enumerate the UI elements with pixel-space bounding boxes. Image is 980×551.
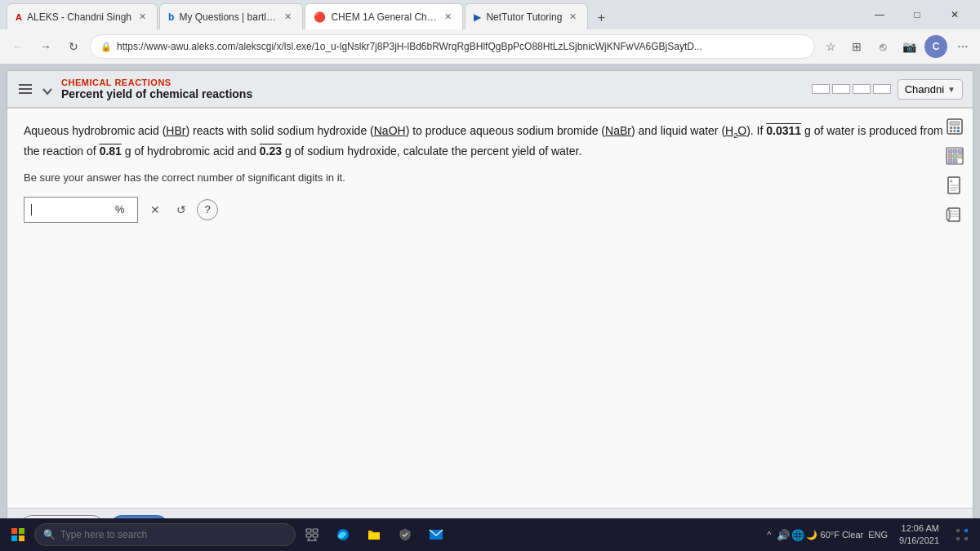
notification-center[interactable]	[947, 520, 977, 549]
svg-rect-4	[957, 127, 960, 129]
screenshot-icon[interactable]: 📷	[898, 36, 920, 57]
collections-icon[interactable]: ⊞	[846, 36, 867, 57]
panel-title: Percent yield of chemical reactions	[61, 87, 805, 100]
favorites-icon[interactable]: ☆	[820, 36, 841, 57]
tab-nettutor[interactable]: ▶ NetTutor Tutoring ✕	[465, 3, 588, 29]
progress-seg-3	[853, 84, 871, 94]
svg-rect-41	[964, 529, 968, 532]
tab-label-aleks: ALEKS - Chandni Singh	[27, 11, 131, 23]
progress-bar	[812, 84, 891, 94]
svg-rect-6	[954, 130, 956, 132]
tab-label-chem: CHEM 1A General Chemistry 72…	[331, 11, 437, 23]
notepad2-icon[interactable]	[943, 203, 966, 226]
progress-seg-1	[812, 84, 830, 94]
expand-chevron[interactable]	[40, 84, 55, 101]
taskbar-search-box[interactable]: 🔍	[34, 523, 296, 546]
svg-rect-16	[953, 159, 957, 163]
problem-area: A Aque	[7, 109, 973, 508]
formula-sheet-icon[interactable]: A	[943, 174, 966, 197]
tab-close-chem[interactable]: ✕	[442, 11, 454, 23]
undo-button[interactable]: ↺	[171, 199, 192, 220]
tab-icon-bartleby: b	[168, 11, 174, 23]
refresh-button[interactable]: ↻	[62, 35, 85, 58]
svg-rect-40	[956, 529, 960, 532]
problem-note: Be sure your answer has the correct numb…	[24, 171, 956, 184]
side-tools: A	[943, 115, 966, 226]
start-button[interactable]	[3, 520, 33, 549]
hamburger-menu[interactable]	[17, 82, 33, 96]
tray-network-icon[interactable]: 🌐	[791, 529, 804, 541]
user-dropdown-arrow: ▼	[947, 85, 956, 94]
answer-input[interactable]	[33, 203, 115, 216]
progress-seg-4	[873, 84, 891, 94]
task-view-button[interactable]	[297, 520, 327, 549]
cursor	[31, 204, 32, 216]
panel-header: CHEMICAL REACTIONS Percent yield of chem…	[7, 71, 973, 109]
tab-label-nettutor: NetTutor Tutoring	[486, 11, 562, 23]
svg-rect-34	[313, 534, 318, 537]
svg-rect-12	[948, 154, 952, 158]
svg-rect-1	[950, 122, 960, 125]
tab-bar: A ALEKS - Chandni Singh ✕ b My Questions…	[0, 0, 980, 29]
tab-close-aleks[interactable]: ✕	[136, 11, 149, 23]
maximize-button[interactable]: □	[898, 0, 936, 29]
shield-taskbar[interactable]	[390, 520, 420, 549]
tab-icon-aleks: A	[16, 12, 22, 22]
lock-icon: 🔒	[100, 42, 112, 52]
svg-rect-3	[954, 127, 956, 129]
answer-input-container[interactable]: %	[24, 197, 138, 223]
url-bar[interactable]: 🔒 https://www-awu.aleks.com/alekscgi/x/l…	[90, 34, 815, 59]
progress-seg-2	[832, 84, 850, 94]
edge-browser-taskbar[interactable]	[328, 520, 358, 549]
svg-rect-28	[19, 528, 24, 534]
weather-tray[interactable]: 🌙 60°F Clear	[806, 530, 864, 540]
search-icon: 🔍	[43, 529, 56, 540]
svg-rect-2	[950, 127, 952, 129]
tray-volume-icon[interactable]: 🔊	[777, 529, 790, 541]
user-name: Chandni	[905, 83, 944, 96]
svg-rect-13	[953, 154, 957, 158]
svg-rect-31	[306, 529, 311, 532]
svg-rect-11	[958, 149, 962, 153]
calculator-icon[interactable]	[943, 115, 966, 138]
header-text: CHEMICAL REACTIONS Percent yield of chem…	[61, 78, 805, 100]
svg-rect-5	[950, 130, 952, 132]
system-clock[interactable]: 12:06 AM 9/16/2021	[893, 522, 946, 548]
taskbar: 🔍 ^ 🔊 🌐 🌙 60°F Clear ENG 12:06 AM 9/16/2…	[0, 518, 980, 551]
tab-aleks[interactable]: A ALEKS - Chandni Singh ✕	[7, 3, 158, 29]
problem-text: Aqueous hydrobromic acid (HBr) reacts wi…	[24, 122, 956, 162]
minimize-button[interactable]: —	[861, 0, 898, 29]
tray-language[interactable]: ENG	[865, 528, 891, 541]
svg-rect-42	[956, 537, 960, 540]
new-tab-button[interactable]: +	[590, 7, 612, 29]
svg-rect-23	[947, 210, 950, 220]
close-button[interactable]: ✕	[936, 0, 973, 29]
svg-rect-30	[19, 535, 24, 541]
search-input[interactable]	[60, 529, 287, 540]
weather-text: 60°F Clear	[821, 530, 864, 540]
clock-date: 9/16/2021	[899, 535, 939, 547]
aleks-panel: CHEMICAL REACTIONS Percent yield of chem…	[7, 70, 973, 544]
share-icon[interactable]: ⎋	[872, 36, 893, 57]
clear-button[interactable]: ✕	[145, 199, 166, 220]
profile-button[interactable]: C	[924, 35, 947, 58]
back-button[interactable]: ←	[7, 35, 29, 58]
svg-rect-33	[306, 534, 311, 537]
tab-icon-nettutor: ▶	[474, 11, 481, 23]
tab-bartleby[interactable]: b My Questions | bartleby ✕	[159, 3, 303, 29]
user-dropdown[interactable]: Chandni ▼	[898, 79, 963, 100]
svg-rect-29	[11, 535, 17, 541]
tray-show-hidden[interactable]: ^	[764, 528, 774, 541]
tab-chem[interactable]: 🔴 CHEM 1A General Chemistry 72… ✕	[305, 3, 463, 29]
forward-button[interactable]: →	[34, 35, 57, 58]
file-explorer-taskbar[interactable]	[359, 520, 389, 549]
svg-rect-7	[957, 130, 960, 132]
svg-rect-32	[313, 529, 318, 532]
mail-taskbar[interactable]	[421, 520, 451, 549]
periodic-table-icon[interactable]	[943, 144, 966, 167]
help-button[interactable]: ?	[197, 199, 218, 220]
tab-close-nettutor[interactable]: ✕	[567, 11, 579, 23]
action-buttons: ✕ ↺ ?	[145, 199, 218, 220]
settings-menu-button[interactable]: ···	[952, 36, 973, 57]
tab-close-bartleby[interactable]: ✕	[282, 11, 294, 23]
